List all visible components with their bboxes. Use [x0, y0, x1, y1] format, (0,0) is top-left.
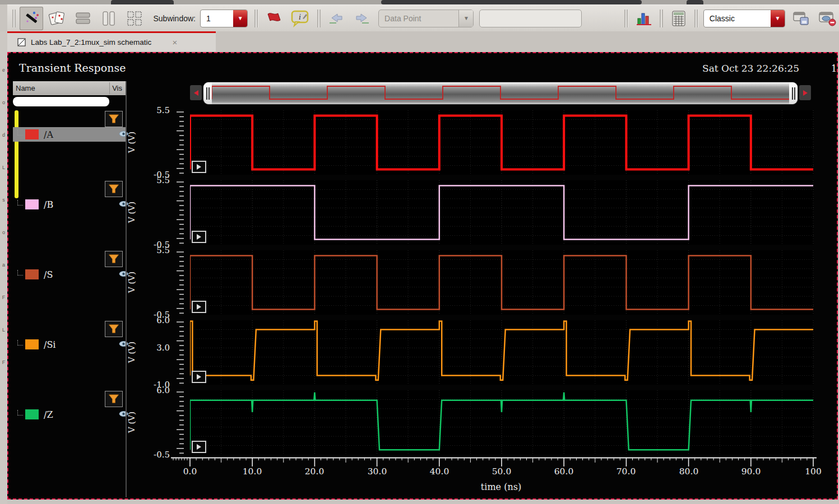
histogram-icon [635, 10, 653, 27]
x-tick-label: 20.0 [305, 466, 325, 477]
y-tick-label: 5.5 [136, 175, 170, 185]
strip-play-button[interactable] [192, 161, 206, 173]
annotation-info-button[interactable]: i [288, 7, 312, 30]
x-tick-label: 80.0 [679, 466, 699, 477]
toolbar-grip[interactable] [317, 10, 321, 27]
prev-point-button[interactable] [325, 7, 348, 30]
x-tick-label: 60.0 [554, 466, 574, 477]
histogram-button[interactable] [632, 7, 656, 30]
subwindow-grid-icon [126, 10, 143, 27]
y-axis-title: V (V) [127, 267, 137, 298]
subwindow-dropdown-arrow-icon[interactable]: ▼ [233, 10, 247, 27]
x-tick-label: 30.0 [368, 466, 387, 477]
waveform-plot-B[interactable] [190, 180, 814, 245]
y-axis-ruler [175, 180, 185, 245]
vertical-split-icon [101, 11, 117, 26]
svg-text:i: i [299, 13, 301, 21]
save-windows-button[interactable] [790, 7, 813, 30]
x-axis-title: time (ns) [476, 482, 526, 492]
tab-mux-sim-schematic[interactable]: Labs Lab_7_2:1mux_sim schematic × [7, 31, 216, 52]
toolbar: Subwindow: 1 ▼ i Data Point ▼ [7, 4, 839, 31]
y-tick-label: 6.0 [136, 315, 170, 325]
background-tab-fragment [687, 0, 703, 4]
tab-close-icon[interactable]: × [172, 38, 177, 47]
window-delete-icon [817, 10, 837, 27]
strip-play-button[interactable] [192, 231, 206, 243]
save-windows-icon [792, 10, 811, 27]
y-axis-title: V (V) [127, 337, 137, 368]
y-tick-label: 6.0 [136, 385, 170, 395]
appearance-select[interactable]: Classic ▼ [703, 10, 785, 27]
background-window-left-edge: e o d L s o a F L F [0, 31, 7, 504]
arrow-right-icon [353, 11, 371, 26]
strips-area: 5.5-0.5V (V)5.5-0.5V (V)5.5-0.5V (V)6.03… [8, 53, 837, 498]
strip-play-button[interactable] [192, 371, 206, 383]
subwindow-grid-button[interactable] [123, 7, 146, 30]
schematic-tab-icon [17, 38, 26, 46]
close-subwindow-button[interactable] [815, 7, 839, 30]
toolbar-grip[interactable] [12, 10, 16, 27]
nav-mode-select[interactable]: Data Point ▼ [378, 10, 474, 27]
y-axis-ruler [175, 320, 185, 385]
background-window-edge [0, 0, 839, 4]
waveform-plot-S[interactable] [190, 250, 814, 315]
y-axis-ruler [175, 390, 185, 455]
toolbar-grip[interactable] [624, 10, 628, 27]
y-axis-title: V (V) [127, 407, 137, 438]
waveform-plot-A[interactable] [190, 110, 814, 175]
nav-mode-value: Data Point [379, 14, 427, 23]
appearance-value: Classic [704, 14, 740, 23]
vertical-split-button[interactable] [97, 7, 120, 30]
nav-value-input[interactable] [479, 10, 582, 27]
y-axis-ruler [175, 110, 185, 175]
x-tick-label: 50.0 [492, 466, 512, 477]
strip-play-button[interactable] [192, 441, 206, 453]
magic-wand-icon [23, 10, 40, 27]
y-tick-label: -0.5 [136, 450, 170, 460]
waveform-window: Transient Response Sat Oct 23 22:26:25 1… [7, 52, 838, 500]
tab-bar: Labs Lab_7_2:1mux_sim schematic × [7, 31, 839, 52]
x-tick-label: 0.0 [183, 466, 197, 477]
waveform-plot-Si[interactable] [190, 320, 814, 385]
info-balloon-icon: i [290, 10, 309, 27]
waveform-plot-Z[interactable] [190, 390, 814, 455]
playing-cards-icon [48, 10, 66, 27]
x-tick-label: 100 [805, 466, 822, 477]
y-axis-title: V (V) [127, 197, 137, 228]
y-axis-ruler [175, 250, 185, 315]
appearance-dropdown-arrow-icon[interactable]: ▼ [771, 10, 785, 27]
flag-icon [266, 11, 282, 26]
subwindow-label: Subwindow: [153, 14, 196, 23]
horizontal-split-button[interactable] [71, 7, 95, 30]
y-axis-title: V (V) [127, 127, 137, 158]
playing-cards-button[interactable] [45, 7, 69, 30]
x-tick-label: 10.0 [243, 466, 262, 477]
x-tick-label: 90.0 [741, 466, 761, 477]
subwindow-select[interactable]: 1 ▼ [200, 10, 248, 27]
flag-button[interactable] [262, 7, 286, 30]
x-tick-label: 70.0 [616, 466, 636, 477]
toolbar-grip[interactable] [660, 10, 663, 27]
magic-wand-button[interactable] [20, 7, 43, 30]
strip-play-button[interactable] [192, 301, 206, 313]
y-tick-label: 5.5 [136, 105, 170, 115]
nav-mode-dropdown-arrow-icon[interactable]: ▼ [458, 10, 473, 27]
toolbar-grip[interactable] [694, 10, 698, 27]
background-titlebar-fragment [381, 0, 642, 4]
next-point-button[interactable] [350, 7, 374, 30]
x-tick-labels: 0.010.020.030.040.050.060.070.080.090.01… [171, 466, 824, 479]
arrow-left-icon [327, 11, 345, 26]
horizontal-split-icon [75, 11, 91, 26]
subwindow-value: 1 [201, 14, 216, 23]
y-tick-label: 5.5 [136, 245, 170, 255]
calculator-button[interactable] [667, 7, 690, 30]
tab-title: Labs Lab_7_2:1mux_sim schematic [31, 38, 151, 46]
background-tab-fragment [111, 0, 174, 4]
x-tick-label: 40.0 [430, 466, 449, 477]
calculator-icon [671, 10, 687, 27]
toolbar-grip[interactable] [254, 10, 258, 27]
y-tick-label: 3.0 [136, 343, 170, 353]
